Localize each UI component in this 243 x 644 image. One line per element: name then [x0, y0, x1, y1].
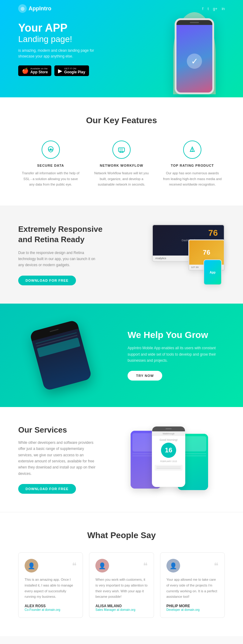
grow-section: We Help You Grow AppIntro Mobile App ena…: [0, 304, 243, 407]
features-grid: SECURE DATA Transfer all information wit…: [18, 138, 225, 190]
mobile-screen-small: App: [204, 260, 221, 284]
social-google[interactable]: g+: [213, 6, 217, 11]
svg-rect-4: [122, 149, 123, 151]
phone2-time-circle: 16: [161, 443, 176, 458]
quote-2: ❝: [143, 561, 148, 571]
logo-text: AppIntro: [29, 5, 51, 12]
social-links: f t g+ in: [202, 6, 225, 11]
avatar-1: 👤: [25, 559, 38, 573]
googleplay-text: GET IT ON Google Play: [64, 67, 85, 74]
apple-icon: 🍎: [22, 68, 29, 74]
brands-section: DESIGN Studio BRANDSIGN Agency Pacific C…: [0, 636, 243, 644]
testimonial-1: 👤 ❝ This is an amazing app. Once I insta…: [18, 552, 83, 618]
grow-phone-mockup: [29, 320, 92, 391]
testimonials-section: What People Say 👤 ❝ This is an amazing a…: [0, 512, 243, 636]
social-linkedin[interactable]: in: [222, 6, 225, 11]
feature-top-rating: TOP RATING PRODUCT Our app has won numer…: [160, 138, 225, 190]
top-rating-icon: [183, 141, 201, 159]
services-title: Our Services: [18, 425, 115, 435]
avatar-2: 👤: [95, 559, 109, 573]
hero-section: ◎ AppIntro f t g+ in Your APP Landing pa…: [0, 0, 243, 97]
laptop-value: 76: [208, 228, 218, 238]
testimonial-2-header: 👤 ❝: [95, 559, 147, 573]
responsive-download-button[interactable]: DOWNLOAD FOR FREE: [18, 276, 76, 285]
grow-content: We Help You Grow AppIntro Mobile App ena…: [128, 330, 225, 381]
avatar-3: 👤: [166, 559, 180, 573]
services-phones: Walkthrough Good Morning! 16 FEBRUARY 20…: [128, 426, 225, 493]
google-play-icon: ▶: [58, 68, 62, 74]
store-badges: 🍎 Available on the App Store ▶ GET IT ON…: [18, 65, 225, 76]
grow-title: We Help You Grow: [128, 330, 225, 340]
hero-description: is amazing, modern and clean landing pag…: [18, 48, 97, 59]
services-section: Our Services While other developers and …: [0, 407, 243, 512]
feature-secure-title: SECURE DATA: [21, 164, 80, 167]
responsive-section: Extremely Responsive and Retina Ready Du…: [0, 206, 243, 304]
testimonials-grid: 👤 ❝ This is an amazing app. Once I insta…: [18, 552, 225, 618]
responsive-desc: Due to the responsive design and Retina …: [18, 250, 97, 268]
responsive-content: Extremely Responsive and Retina Ready Du…: [18, 224, 115, 285]
phone2-header: Walkthrough: [153, 433, 184, 435]
services-download-button[interactable]: DOWNLOAD FOR FREE: [18, 484, 76, 494]
testimonials-title: What People Say: [18, 531, 225, 540]
testimonial-1-role: Co-Founder at domain.org: [25, 608, 77, 611]
testimonial-3-text: Your app allowed me to take care of ever…: [166, 577, 218, 600]
grow-desc: AppIntro Mobile App enables all its user…: [128, 345, 219, 364]
mobile-mockup-small: App: [204, 259, 222, 285]
feature-network-desc: Network Workflow feature will let you bu…: [92, 170, 151, 187]
phone2-greeting: Good Morning!: [155, 438, 183, 441]
logo-icon: ◎: [18, 4, 27, 13]
testimonial-3-role: Developer at domain.org: [166, 608, 218, 611]
feature-network: NETWORK WORKFLOW Network Workflow featur…: [89, 138, 154, 190]
network-icon: [112, 141, 131, 159]
responsive-title: Extremely Responsive and Retina Ready: [18, 224, 115, 245]
feature-secure-desc: Transfer all information with the help o…: [21, 170, 80, 187]
testimonial-3: 👤 ❝ Your app allowed me to take care of …: [160, 552, 225, 618]
svg-point-7: [192, 151, 193, 151]
testimonial-2-text: When you work with customers, it is very…: [95, 577, 147, 600]
svg-rect-3: [120, 149, 121, 151]
feature-network-title: NETWORK WORKFLOW: [92, 164, 151, 167]
svg-point-1: [50, 149, 51, 150]
appstore-text: Available on the App Store: [30, 67, 48, 74]
features-title: Our Key Features: [18, 116, 225, 125]
logo[interactable]: ◎ AppIntro: [18, 4, 51, 13]
testimonial-2-name: ALISA MILANO: [95, 604, 147, 608]
feature-top-desc: Our app has won numerous awards from lea…: [163, 170, 222, 187]
testimonial-2-role: Sales Manager at domain.org: [95, 608, 147, 611]
hero-content: Your APP Landing page! is amazing, moder…: [18, 21, 225, 76]
testimonial-3-header: 👤 ❝: [166, 559, 218, 573]
devices-area: 76 Dashboard Analytics 127.33 76 127.33 …: [128, 224, 225, 285]
testimonial-3-name: PHILIP MORE: [166, 604, 218, 608]
navbar: ◎ AppIntro f t g+ in: [0, 0, 243, 17]
testimonial-1-text: This is an amazing app. Once I installed…: [25, 577, 77, 600]
social-twitter[interactable]: t: [207, 6, 209, 11]
testimonial-2: 👤 ❝ When you work with customers, it is …: [89, 552, 154, 618]
secure-data-icon: [42, 141, 60, 159]
feature-secure-data: SECURE DATA Transfer all information wit…: [18, 138, 83, 190]
testimonial-1-header: 👤 ❝: [25, 559, 77, 573]
testimonial-1-name: ALEX ROSS: [25, 604, 77, 608]
quote-3: ❝: [214, 561, 218, 571]
features-section: Our Key Features SECURE DATA Transfer al…: [0, 97, 243, 206]
social-facebook[interactable]: f: [202, 6, 204, 11]
grow-try-button[interactable]: TRY NOW: [128, 371, 162, 381]
services-content: Our Services While other developers and …: [18, 425, 115, 494]
quote-1: ❝: [72, 561, 77, 571]
tablet-value: 76: [203, 249, 210, 256]
appstore-badge[interactable]: 🍎 Available on the App Store: [18, 65, 51, 76]
hero-title: Your APP: [18, 21, 225, 34]
services-desc: While other developers and software prov…: [18, 440, 97, 477]
grow-phone-area: [18, 322, 115, 389]
phone2-date: FEBRUARY 2015: [155, 460, 183, 462]
service-phone-2: Walkthrough Good Morning! 16 FEBRUARY 20…: [152, 426, 185, 487]
hero-subtitle: Landing page!: [18, 34, 225, 44]
googleplay-badge[interactable]: ▶ GET IT ON Google Play: [54, 65, 89, 76]
feature-top-title: TOP RATING PRODUCT: [163, 164, 222, 167]
